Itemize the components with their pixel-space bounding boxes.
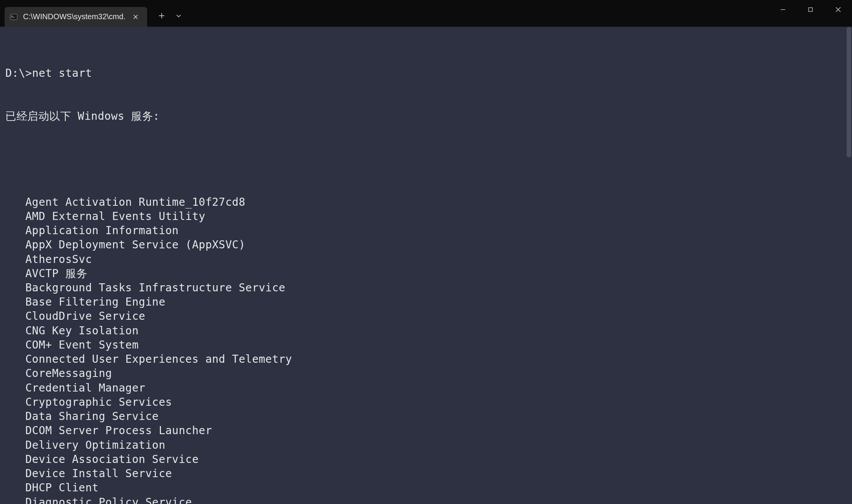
tab-cmd[interactable]: C:\WINDOWS\system32\cmd. <box>5 7 147 27</box>
window-controls <box>769 0 852 26</box>
blank-line <box>5 152 847 166</box>
service-item: COM+ Event System <box>5 338 847 352</box>
tab-title: C:\WINDOWS\system32\cmd. <box>23 12 126 21</box>
service-item: CoreMessaging <box>5 366 847 380</box>
minimize-button[interactable] <box>769 0 797 19</box>
service-item: Base Filtering Engine <box>5 295 847 309</box>
command-prompt-line: D:\>net start <box>5 66 847 80</box>
services-list: Agent Activation Runtime_10f27cd8AMD Ext… <box>5 195 847 504</box>
svg-rect-0 <box>10 14 17 20</box>
service-item: Application Information <box>5 223 847 238</box>
service-item: Data Sharing Service <box>5 409 847 423</box>
services-header: 已经启动以下 Windows 服务: <box>5 109 847 123</box>
service-item: Agent Activation Runtime_10f27cd8 <box>5 195 847 209</box>
scrollbar[interactable] <box>846 27 852 504</box>
scrollbar-thumb[interactable] <box>847 27 851 157</box>
service-item: Connected User Experiences and Telemetry <box>5 352 847 366</box>
service-item: Device Association Service <box>5 452 847 466</box>
service-item: Delivery Optimization <box>5 438 847 452</box>
service-item: Cryptographic Services <box>5 395 847 409</box>
service-item: Device Install Service <box>5 466 847 481</box>
service-item: CloudDrive Service <box>5 309 847 323</box>
service-item: Diagnostic Policy Service <box>5 495 847 504</box>
service-item: AppX Deployment Service (AppXSVC) <box>5 238 847 252</box>
service-item: AtherosSvc <box>5 252 847 266</box>
service-item: AMD External Events Utility <box>5 209 847 223</box>
service-item: Credential Manager <box>5 381 847 395</box>
close-window-button[interactable] <box>824 0 852 19</box>
service-item: DCOM Server Process Launcher <box>5 423 847 438</box>
service-item: DHCP Client <box>5 481 847 495</box>
service-item: AVCTP 服务 <box>5 266 847 281</box>
terminal-output: D:\>net start 已经启动以下 Windows 服务: Agent A… <box>5 38 847 504</box>
maximize-button[interactable] <box>797 0 824 19</box>
tab-dropdown-button[interactable] <box>172 7 186 24</box>
new-tab-button[interactable] <box>153 7 170 24</box>
tab-close-button[interactable] <box>130 12 141 22</box>
service-item: CNG Key Isolation <box>5 324 847 338</box>
tabs-area: C:\WINDOWS\system32\cmd. <box>0 0 186 26</box>
svg-rect-7 <box>809 8 812 12</box>
cmd-icon <box>9 12 18 21</box>
titlebar: C:\WINDOWS\system32\cmd. <box>0 0 852 27</box>
service-item: Background Tasks Infrastructure Service <box>5 281 847 295</box>
terminal-content[interactable]: D:\>net start 已经启动以下 Windows 服务: Agent A… <box>0 27 852 504</box>
